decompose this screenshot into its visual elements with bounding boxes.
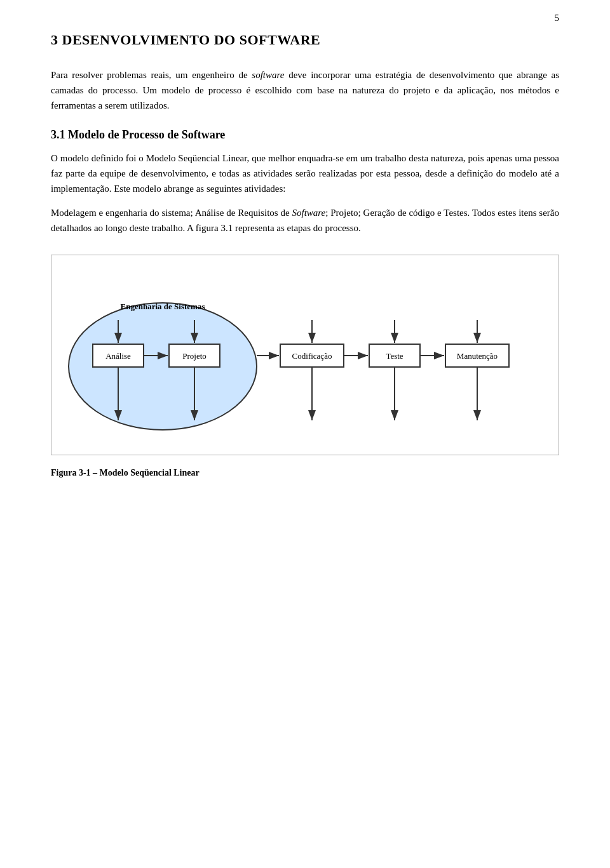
section-paragraph-2: Modelagem e engenharia do sistema; Análi… bbox=[51, 205, 559, 236]
page-number: 5 bbox=[555, 13, 560, 23]
software-italic-1: software bbox=[252, 70, 284, 80]
box-projeto: Projeto bbox=[182, 351, 207, 361]
box-manutencao: Manutenção bbox=[457, 351, 498, 361]
software-italic-2: Software bbox=[292, 208, 325, 218]
chapter-heading: 3 DESENVOLVIMENTO DO SOFTWARE bbox=[51, 32, 559, 48]
ellipse-label: Engenharia de Sistemas bbox=[121, 302, 205, 311]
box-analise: Análise bbox=[105, 351, 131, 361]
section-paragraph-1: O modelo definido foi o Modelo Seqüencia… bbox=[51, 150, 559, 196]
diagram-container: Engenharia de Sistemas Análise Projeto C… bbox=[51, 255, 559, 455]
paragraph-1: Para resolver problemas reais, um engenh… bbox=[51, 67, 559, 113]
diagram-svg: Engenharia de Sistemas Análise Projeto C… bbox=[64, 274, 546, 442]
box-teste: Teste bbox=[386, 351, 403, 361]
section-heading-3-1: 3.1 Modelo de Processo de Software bbox=[51, 128, 559, 142]
box-codificacao: Codificação bbox=[292, 351, 332, 361]
figure-caption: Figura 3-1 – Modelo Seqüencial Linear bbox=[51, 468, 559, 478]
